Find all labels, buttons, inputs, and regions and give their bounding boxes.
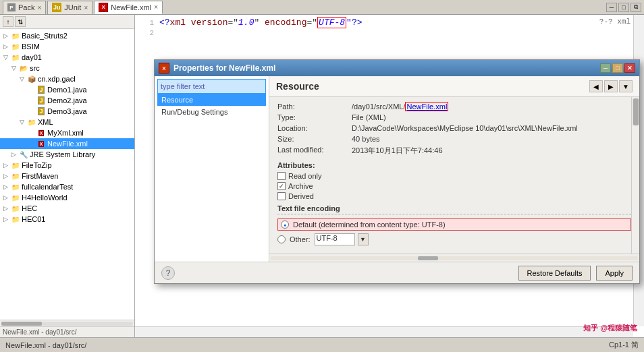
encoding-other-label: Other: — [290, 235, 311, 243]
encoding-other-radio[interactable] — [277, 235, 286, 243]
xml-type-indicator: ?-? xml — [599, 18, 630, 26]
tree-item-bsim[interactable]: ▷ 📁 BSIM — [0, 41, 134, 52]
path-link[interactable]: NewFile.xml — [405, 102, 448, 111]
encoding-default-row: Default (determined from content type: U… — [277, 218, 631, 231]
dialog-title-icon: X — [159, 63, 169, 74]
h-scrollbar-thumb[interactable] — [418, 256, 438, 260]
tree-item-package[interactable]: ▽ 📦 cn.xdp.gacl — [0, 74, 134, 84]
encoding-default-radio[interactable] — [281, 221, 289, 229]
tree-item-h4hello[interactable]: ▷ 📁 H4HelloWorld — [0, 192, 134, 203]
toggle-basic-struts2[interactable]: ▷ — [1, 32, 9, 40]
encoding-select[interactable]: UTF-8 — [315, 233, 355, 245]
restore-defaults-button[interactable]: Restore Defaults — [518, 266, 591, 281]
tab-newfile-close[interactable]: × — [154, 3, 158, 11]
dialog-nav-arrows: ◀ ▶ ▼ — [589, 80, 633, 92]
toggle-firstmaven[interactable]: ▷ — [1, 172, 9, 180]
toggle-fullcalendar[interactable]: ▷ — [1, 183, 9, 191]
filter-input[interactable] — [157, 79, 266, 94]
prop-location-value: D:\JavaCode\Workspaces\MyEclipse 10\day0… — [352, 124, 631, 132]
panel-toolbar: ↑ ⇅ — [0, 15, 134, 29]
help-button[interactable]: ? — [161, 266, 175, 280]
archive-checkbox[interactable] — [277, 182, 286, 190]
tree-item-basic-struts2[interactable]: ▷ 📁 Basic_Struts2 — [0, 30, 134, 41]
dialog-maximize-button[interactable]: □ — [612, 63, 623, 73]
scrollbar-thumb[interactable] — [1, 322, 42, 326]
derived-checkbox[interactable] — [277, 192, 286, 200]
toggle-h4hello[interactable]: ▷ — [1, 194, 9, 202]
dialog-vertical-scrollbar[interactable] — [631, 97, 639, 254]
dialog-minimize-button[interactable]: ─ — [600, 63, 611, 73]
tree-item-firstmaven[interactable]: ▷ 📁 FirstMaven — [0, 171, 134, 181]
checkbox-readonly: Read only — [277, 172, 631, 180]
scrollbar-thumb[interactable] — [633, 98, 639, 125]
folder-icon: 📁 — [11, 182, 20, 192]
toggle-package[interactable]: ▽ — [18, 75, 26, 83]
line-number-1: 1 — [140, 19, 154, 27]
tree-label: H4HelloWorld — [22, 194, 68, 202]
xml-attr-encoding: encoding — [265, 18, 306, 28]
panel-status-path: NewFile.xml - day01/src/ — [0, 326, 134, 337]
tree-item-day01[interactable]: ▽ 📁 day01 — [0, 52, 134, 63]
nav-item-resource[interactable]: Resource — [157, 94, 266, 106]
tab-junit[interactable]: Ju JUnit × — [47, 1, 92, 14]
toggle-day01[interactable]: ▽ — [1, 53, 9, 61]
toggle-filetozip[interactable]: ▷ — [1, 161, 9, 169]
tree-item-xml-folder[interactable]: ▽ 📁 XML — [0, 117, 134, 127]
toggle-bsim[interactable]: ▷ — [1, 42, 9, 51]
nav-item-rundebug[interactable]: Run/Debug Settings — [157, 106, 266, 118]
toggle-hec[interactable]: ▷ — [1, 204, 9, 212]
tree-item-fullcalendar[interactable]: ▷ 📁 fullcalendarTest — [0, 181, 134, 192]
minimize-button[interactable]: ─ — [606, 3, 617, 12]
tab-junit-close[interactable]: × — [84, 4, 88, 11]
toggle-src[interactable]: ▽ — [9, 64, 18, 72]
tab-pack-label: Pack — [18, 3, 34, 11]
collapse-all-button[interactable]: ↑ — [3, 16, 14, 27]
dialog-close-button[interactable]: ✕ — [624, 63, 635, 73]
xml-quote-end: " — [254, 18, 265, 28]
prop-size: Size: 40 bytes — [277, 135, 631, 143]
folder-icon: 📁 — [11, 160, 20, 170]
folder-icon: 📁 — [11, 31, 20, 40]
panel-horizontal-scrollbar[interactable] — [0, 320, 134, 326]
tree-item-src[interactable]: ▽ 📂 src — [0, 63, 134, 74]
nav-back-button[interactable]: ◀ — [589, 80, 603, 92]
prop-path: Path: /day01/src/XML/NewFile.xml — [277, 102, 631, 111]
properties-dialog[interactable]: X Properties for NewFile.xml ─ □ ✕ Resou… — [154, 59, 640, 284]
readonly-checkbox[interactable] — [277, 172, 286, 180]
line-content-1: <?xml version="1.0" encoding="UTF-8"?> — [159, 18, 363, 28]
toggle-jre[interactable]: ▷ — [9, 150, 18, 158]
dialog-bottom-scrollbar[interactable] — [269, 254, 639, 262]
toggle-hec01[interactable]: ▷ — [1, 215, 9, 223]
scrollbar-track — [632, 98, 639, 125]
restore-button[interactable]: ⧉ — [630, 3, 641, 12]
folder-icon: 📁 — [11, 204, 20, 213]
tree-item-hec[interactable]: ▷ 📁 HEC — [0, 203, 134, 214]
encoding-dropdown-button[interactable]: ▼ — [358, 233, 369, 245]
tree-item-demo1[interactable]: ▷ J Demo1.java — [0, 84, 134, 95]
tree-label: src — [30, 64, 40, 72]
tree-item-demo2[interactable]: ▷ J Demo2.java — [0, 95, 134, 106]
apply-button[interactable]: Apply — [596, 266, 633, 281]
nav-dropdown-button[interactable]: ▼ — [619, 80, 633, 92]
java-icon: J — [36, 107, 46, 116]
nav-forward-button[interactable]: ▶ — [604, 80, 618, 92]
tree-item-myxml[interactable]: ▷ X MyXml.xml — [0, 127, 134, 138]
tree-item-demo3[interactable]: ▷ J Demo3.java — [0, 106, 134, 117]
tree-area[interactable]: ▷ 📁 Basic_Struts2 ▷ 📁 BSIM ▽ 📁 day01 ▽ 📂 — [0, 29, 134, 320]
tree-item-newfile[interactable]: ▷ X NewFile.xml — [0, 138, 134, 149]
xml-version-value: 1.0 — [238, 18, 254, 28]
folder-icon: 📁 — [11, 53, 20, 62]
tab-pack[interactable]: P Pack × — [3, 1, 46, 14]
tab-pack-close[interactable]: × — [37, 4, 41, 11]
package-icon: 📦 — [27, 74, 36, 84]
toggle-xml-folder[interactable]: ▽ — [18, 118, 26, 126]
tree-item-jre[interactable]: ▷ 🔧 JRE System Library — [0, 149, 134, 160]
prop-type-label: Type: — [277, 113, 352, 121]
expand-button[interactable]: ⇅ — [15, 16, 26, 27]
tree-label: XML — [38, 118, 53, 126]
tab-newfile[interactable]: X NewFile.xml × — [94, 1, 163, 14]
editor-horizontal-scrollbar[interactable] — [135, 326, 633, 337]
tree-item-hec01[interactable]: ▷ 📁 HEC01 — [0, 214, 134, 225]
maximize-button[interactable]: □ — [618, 3, 629, 12]
tree-item-filetozip[interactable]: ▷ 📁 FileToZip — [0, 160, 134, 171]
